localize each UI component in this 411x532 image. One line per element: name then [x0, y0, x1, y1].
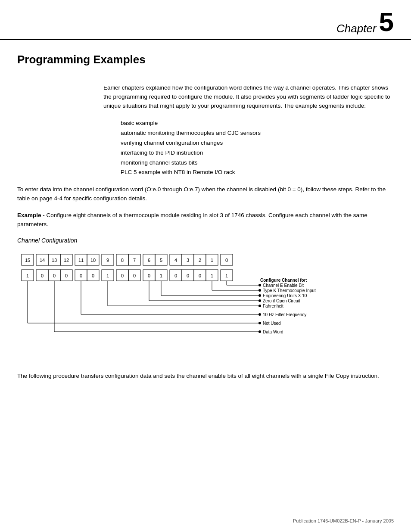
bit-diagram: 15 14 13 12 11 10 9 8 7 6 5 [17, 250, 394, 363]
svg-text:1: 1 [26, 273, 29, 278]
svg-point-95 [258, 330, 261, 333]
svg-text:Not Used: Not Used [263, 321, 281, 326]
list-item: basic example [121, 118, 394, 128]
svg-text:0: 0 [41, 273, 44, 278]
svg-text:3: 3 [187, 258, 189, 263]
svg-text:Configure Channel for:: Configure Channel for: [260, 278, 307, 283]
svg-text:0: 0 [80, 273, 82, 278]
footer-text: Publication 1746-UM022B-EN-P - January 2… [293, 518, 394, 523]
svg-text:9: 9 [106, 258, 109, 263]
svg-text:5: 5 [160, 258, 162, 263]
svg-text:1: 1 [211, 258, 213, 263]
svg-text:10 Hz Filter Frequency: 10 Hz Filter Frequency [263, 312, 306, 317]
svg-text:12: 12 [64, 258, 69, 263]
chapter-label: Chapter [336, 22, 377, 35]
svg-text:1: 1 [225, 273, 228, 278]
svg-text:0: 0 [53, 273, 56, 278]
svg-text:15: 15 [25, 258, 30, 263]
svg-text:8: 8 [121, 258, 124, 263]
list-item: monitoring channel status bits [121, 158, 394, 168]
svg-text:13: 13 [52, 258, 57, 263]
svg-text:Data Word: Data Word [263, 330, 283, 334]
svg-text:0: 0 [121, 273, 124, 278]
bullet-list: basic example automatic monitoring therm… [121, 118, 394, 178]
svg-point-87 [258, 299, 261, 302]
page-header: Chapter 5 [0, 0, 411, 40]
page-title: Programming Examples [17, 53, 394, 66]
svg-text:Type K Thermocouple Input: Type K Thermocouple Input [263, 288, 316, 293]
svg-text:6: 6 [148, 258, 150, 263]
svg-text:10: 10 [90, 258, 96, 263]
svg-point-85 [258, 294, 261, 297]
svg-text:0: 0 [187, 273, 189, 278]
svg-text:Engineering Units X 10: Engineering Units X 10 [263, 293, 307, 298]
config-word-text: To enter data into the channel configura… [17, 185, 394, 203]
svg-text:1: 1 [211, 273, 213, 278]
svg-text:0: 0 [225, 258, 228, 263]
example-text: - Configure eight channels of a thermoco… [17, 212, 367, 227]
svg-text:0: 0 [65, 273, 68, 278]
svg-point-93 [258, 322, 261, 324]
intro-paragraph: Earlier chapters explained how the confi… [103, 84, 394, 111]
main-content: Programming Examples Earlier chapters ex… [0, 40, 411, 406]
svg-text:0: 0 [174, 273, 177, 278]
list-item: interfacing to the PID instruction [121, 148, 394, 158]
list-item: verifying channel configuration changes [121, 138, 394, 148]
list-item: automatic monitoring thermocouples and C… [121, 128, 394, 138]
svg-text:1: 1 [160, 273, 162, 278]
svg-text:0: 0 [148, 273, 150, 278]
closing-text: The following procedure transfers config… [17, 372, 394, 381]
svg-text:0: 0 [133, 273, 136, 278]
svg-text:4: 4 [174, 258, 177, 263]
svg-text:Fahrenheit: Fahrenheit [263, 304, 283, 308]
svg-text:11: 11 [78, 258, 84, 263]
svg-text:7: 7 [133, 258, 136, 263]
svg-point-83 [258, 289, 261, 292]
footer: Publication 1746-UM022B-EN-P - January 2… [293, 518, 394, 523]
example-paragraph: Example - Configure eight channels of a … [17, 211, 394, 229]
svg-text:14: 14 [40, 258, 45, 263]
svg-point-91 [258, 313, 261, 316]
channel-config-svg: 15 14 13 12 11 10 9 8 7 6 5 [17, 250, 392, 362]
list-item: PLC 5 example with NT8 in Remote I/O rac… [121, 168, 394, 177]
channel-config-title: Channel Configuration [17, 237, 394, 244]
svg-text:0: 0 [92, 273, 94, 278]
chapter-number: 5 [379, 9, 394, 35]
svg-text:Channel E Enable Bit: Channel E Enable Bit [263, 283, 304, 288]
svg-text:0: 0 [199, 273, 201, 278]
svg-text:2: 2 [199, 258, 201, 263]
svg-text:1: 1 [106, 273, 109, 278]
example-bold: Example [17, 212, 41, 218]
svg-text:Zero if Open Circuit: Zero if Open Circuit [263, 299, 300, 303]
svg-point-89 [258, 305, 261, 307]
svg-point-81 [258, 284, 261, 286]
